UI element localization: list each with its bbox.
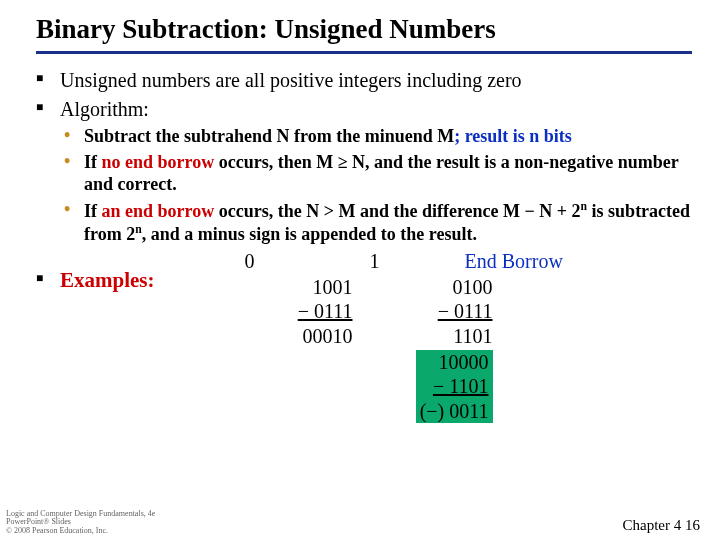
subbullet-no-end-borrow: If no end borrow occurs, then M ≥ N, and…	[64, 152, 692, 196]
bullet-algorithm: Algorithm:	[36, 97, 692, 122]
label-0: 0	[195, 250, 305, 273]
intermediate: 1101	[383, 324, 493, 348]
examples-text: Examples:	[60, 268, 155, 292]
minus: −	[525, 201, 535, 221]
text: occurs, then M	[214, 152, 337, 172]
slide-title: Binary Subtraction: Unsigned Numbers	[36, 14, 692, 45]
subbullet-end-borrow: If an end borrow occurs, the N > M and t…	[64, 200, 692, 246]
result-bits: ; result is n bits	[454, 126, 572, 146]
end-borrow-label: End Borrow	[465, 250, 563, 273]
copyright-credit: Logic and Computer Design Fundamentals, …	[6, 510, 155, 536]
text: occurs, the N > M and the difference M	[214, 201, 524, 221]
label-1: 1	[305, 250, 445, 273]
minuend: 1001	[243, 275, 353, 299]
result: 00010	[243, 324, 353, 348]
bullet-examples: Examples:	[36, 268, 155, 293]
page-footer: Chapter 4 16	[623, 517, 700, 534]
example-col-2: 0100 − 0111 1101 10000 − 1101 (−) 0011	[383, 275, 493, 423]
correction-sub: − 1101	[420, 374, 489, 398]
title-rule	[36, 51, 692, 54]
text: , and a minus sign is appended to the re…	[142, 224, 477, 244]
example-col-1: 1001 − 0111 00010	[243, 275, 353, 423]
subbullet-subtract: Subtract the subtrahend N from the minue…	[64, 126, 692, 148]
two-n: 10000	[420, 350, 489, 374]
final-result: (−) 0011	[420, 399, 489, 423]
an-end-borrow: an end borrow	[102, 201, 215, 221]
text: If	[84, 152, 102, 172]
no-end-borrow: no end borrow	[102, 152, 215, 172]
text: N + 2	[535, 201, 581, 221]
minuend: 0100	[383, 275, 493, 299]
text: Subtract the subtrahend N from the minue…	[84, 126, 454, 146]
bullet-unsigned-def: Unsigned numbers are all positive intege…	[36, 68, 692, 93]
carry-labels: 0 1 End Borrow	[195, 250, 563, 273]
ge-symbol: ≥	[338, 152, 348, 172]
subtrahend: − 0111	[383, 299, 493, 323]
correction-box: 10000 − 1101 (−) 0011	[416, 350, 493, 423]
subtrahend: − 0111	[243, 299, 353, 323]
credit-line: © 2008 Pearson Education, Inc.	[6, 527, 155, 536]
text: If	[84, 201, 102, 221]
